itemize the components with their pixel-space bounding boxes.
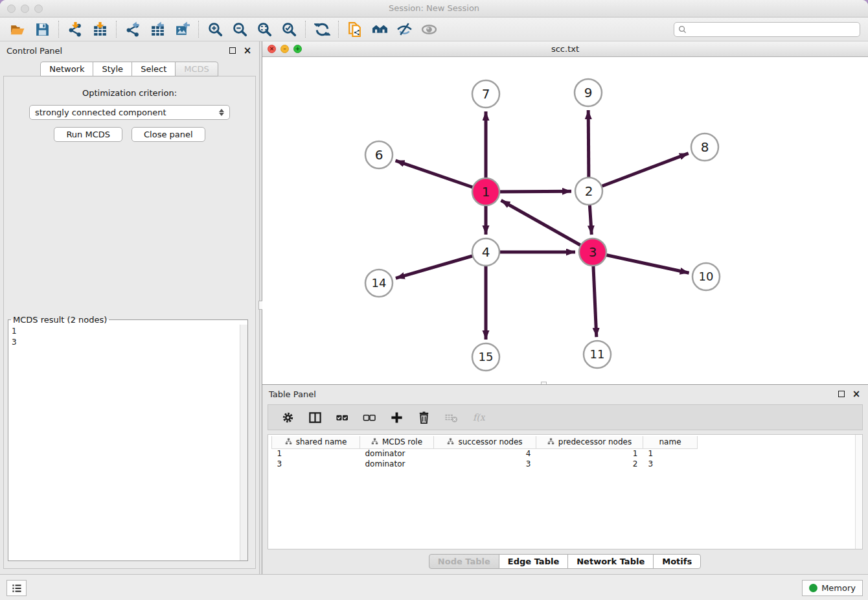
column-header-mcds-role[interactable]: MCDS role — [360, 436, 434, 448]
table-row[interactable]: 3dominator323 — [272, 459, 698, 469]
graph-node-6[interactable]: 6 — [365, 141, 393, 168]
column-sort-icon[interactable] — [447, 438, 454, 445]
table-settings-gear-button[interactable] — [279, 408, 297, 426]
edge-3-1[interactable] — [501, 200, 593, 252]
search-box[interactable] — [674, 22, 860, 37]
deselect-all-checkboxes-button[interactable] — [360, 408, 378, 426]
save-session-button[interactable] — [30, 19, 54, 39]
export-image-button[interactable] — [170, 19, 194, 39]
show-all-button[interactable] — [417, 19, 441, 39]
delete-column-button[interactable] — [415, 408, 433, 426]
cell-predecessor-nodes[interactable]: 2 — [536, 459, 643, 469]
zoom-fit-button[interactable] — [252, 19, 277, 39]
graph-node-11[interactable]: 11 — [584, 341, 611, 368]
cell-name[interactable]: 3 — [643, 459, 698, 469]
column-header-name[interactable]: name — [643, 436, 698, 448]
cell-mcds-role[interactable]: dominator — [360, 459, 434, 469]
memory-button[interactable]: Memory — [802, 580, 863, 596]
zoom-out-button[interactable] — [227, 19, 252, 39]
svg-text:1: 1 — [482, 184, 490, 200]
motif-finder-button[interactable] — [367, 19, 392, 39]
cell-successor-nodes[interactable]: 4 — [434, 448, 536, 459]
graph-node-1[interactable]: 1 — [472, 178, 499, 205]
cell-mcds-role[interactable]: dominator — [360, 448, 434, 459]
graph-node-2[interactable]: 2 — [575, 178, 602, 205]
optimization-criterion-dropdown[interactable]: strongly connected component — [29, 105, 230, 120]
column-header-successor-nodes[interactable]: successor nodes — [434, 436, 536, 448]
table-scrollbar[interactable] — [855, 435, 862, 549]
memory-status-dot — [809, 584, 817, 592]
table-close-panel-icon[interactable]: × — [851, 389, 862, 399]
mcds-panel: Optimization criterion: strongly connect… — [3, 76, 256, 569]
refresh-layout-icon — [314, 21, 330, 38]
table-panel-title: Table Panel — [269, 389, 832, 399]
column-sort-icon[interactable] — [547, 438, 554, 445]
import-table-button[interactable] — [87, 19, 112, 39]
graph-node-8[interactable]: 8 — [691, 133, 718, 161]
list-icon — [11, 583, 23, 594]
cell-name[interactable]: 1 — [643, 448, 698, 459]
toolbar-separator — [58, 21, 59, 38]
svg-text:4: 4 — [482, 244, 490, 260]
graph-node-14[interactable]: 14 — [365, 270, 393, 297]
search-input[interactable] — [690, 25, 856, 34]
tab-style[interactable]: Style — [93, 62, 132, 76]
hide-selected-button[interactable] — [392, 19, 417, 39]
network-window-titlebar[interactable]: scc.txt × – + — [262, 41, 868, 57]
export-network-button[interactable] — [120, 19, 145, 39]
refresh-layout-button[interactable] — [310, 19, 334, 39]
result-scrollbar[interactable] — [240, 325, 247, 560]
select-all-checkboxes-button[interactable] — [333, 408, 351, 426]
import-network-button[interactable] — [63, 19, 87, 39]
graph-node-4[interactable]: 4 — [472, 238, 499, 266]
open-session-button[interactable] — [5, 19, 30, 39]
add-column-button[interactable] — [387, 408, 405, 426]
table-toolbar: f(x) — [268, 404, 863, 430]
control-panel: Control Panel × NetworkStyleSelectMCDS O… — [0, 41, 259, 574]
toggle-column-layout-button[interactable] — [306, 408, 324, 426]
window-title: Session: New Session — [0, 3, 868, 13]
graph-node-10[interactable]: 10 — [692, 263, 720, 290]
new-network-from-selection-button[interactable] — [343, 19, 367, 39]
cell-successor-nodes[interactable]: 3 — [434, 459, 536, 469]
cell-predecessor-nodes[interactable]: 1 — [536, 448, 643, 459]
task-history-button[interactable] — [6, 580, 27, 596]
network-view-window: scc.txt × – + 7968124314101511 — [262, 41, 868, 384]
cell-shared-name[interactable]: 3 — [272, 459, 360, 469]
table-tab-edge-table[interactable]: Edge Table — [499, 554, 568, 569]
table-row[interactable]: 1dominator411 — [272, 448, 698, 459]
table-tab-motifs[interactable]: Motifs — [653, 554, 701, 569]
column-sort-icon[interactable] — [285, 438, 292, 445]
network-graph[interactable]: 7968124314101511 — [262, 57, 868, 384]
edge-3-10[interactable] — [593, 252, 689, 273]
function-builder-button: f(x) — [469, 408, 487, 426]
zoom-in-button[interactable] — [203, 19, 227, 39]
table-tab-network-table[interactable]: Network Table — [567, 554, 654, 569]
graph-node-7[interactable]: 7 — [472, 80, 499, 108]
column-header-predecessor-nodes[interactable]: predecessor nodes — [536, 436, 643, 448]
tab-mcds[interactable]: MCDS — [175, 62, 218, 76]
table-tab-node-table[interactable]: Node Table — [429, 554, 499, 569]
float-panel-icon[interactable] — [227, 45, 238, 56]
zoom-selected-button[interactable] — [277, 19, 301, 39]
graph-node-15[interactable]: 15 — [472, 343, 499, 371]
run-mcds-button[interactable]: Run MCDS — [54, 127, 122, 142]
network-canvas[interactable]: 7968124314101511 — [262, 57, 868, 384]
tab-select[interactable]: Select — [131, 62, 176, 76]
close-panel-icon[interactable]: × — [242, 45, 253, 56]
export-table-button[interactable] — [145, 19, 170, 39]
toolbar-separator — [198, 21, 199, 38]
column-sort-icon[interactable] — [371, 438, 378, 445]
table-float-panel-icon[interactable] — [836, 389, 847, 399]
edge-2-8[interactable] — [589, 154, 689, 191]
cell-shared-name[interactable]: 1 — [272, 448, 360, 459]
svg-text:7: 7 — [482, 86, 490, 102]
close-panel-button[interactable]: Close panel — [131, 127, 205, 142]
svg-text:15: 15 — [479, 350, 494, 363]
column-header-shared-name[interactable]: shared name — [272, 436, 360, 448]
tab-network[interactable]: Network — [40, 62, 93, 76]
zoom-selected-icon — [281, 21, 297, 38]
toolbar-separator — [338, 21, 339, 38]
graph-node-3[interactable]: 3 — [579, 238, 606, 266]
graph-node-9[interactable]: 9 — [575, 79, 602, 106]
